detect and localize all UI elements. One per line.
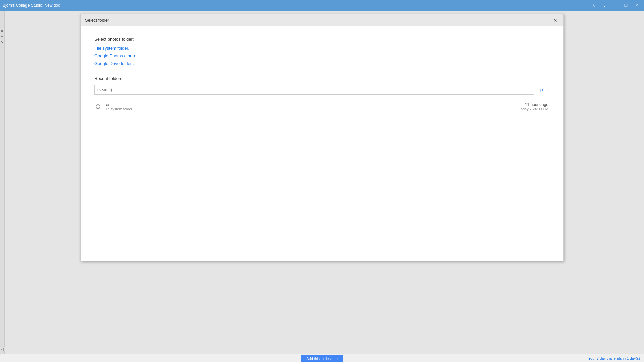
dialog-overlay: Select folder ✕ Select photos folder: Fi… — [0, 11, 644, 362]
bottom-bar: Add this to desktop Your 7 day trial end… — [0, 354, 644, 362]
folder-type-test: File system folder — [104, 107, 519, 111]
folder-time-section-test: 11 hours ago Today 7:24:09 PM — [519, 102, 548, 111]
dialog-title: Select folder — [85, 18, 109, 23]
minimize-button[interactable]: — — [610, 2, 620, 9]
dialog-content: Select photos folder: File system folder… — [81, 26, 563, 261]
title-bar-left: Bjorn's Collage Studio: New doc — [3, 3, 60, 8]
add-to-desktop-button[interactable]: Add this to desktop — [301, 355, 343, 362]
menu-icon[interactable]: ≡ — [547, 87, 550, 93]
search-input[interactable] — [94, 85, 534, 95]
scroll-left-indicator[interactable]: ◁ — [0, 347, 5, 351]
folder-time-ago-test: 11 hours ago — [519, 102, 548, 107]
maximize-button[interactable]: ❐ — [621, 2, 631, 9]
select-photos-label: Select photos folder: — [94, 37, 550, 42]
recent-folders-label: Recent folders: — [94, 76, 550, 81]
recent-folders-section: Recent folders: go ≡ Test File system fo… — [94, 76, 550, 113]
app-container: L F P C Select folder ✕ Select photos fo… — [0, 11, 644, 362]
up-button[interactable]: ∧ — [589, 2, 598, 9]
google-photos-link[interactable]: Google Photos album... — [94, 53, 550, 58]
folder-time-exact-test: Today 7:24:09 PM — [519, 107, 548, 111]
folder-name-test: Test — [104, 102, 519, 107]
google-drive-link[interactable]: Google Drive folder... — [94, 61, 550, 66]
folder-item-test[interactable]: Test File system folder 11 hours ago Tod… — [94, 100, 550, 113]
title-bar: Bjorn's Collage Studio: New doc ∧ ⋮ — ❐ … — [0, 0, 644, 11]
select-folder-dialog: Select folder ✕ Select photos folder: Fi… — [80, 14, 564, 261]
trial-text[interactable]: Your 7 day trial ends in 1 day(s) — [588, 356, 640, 360]
select-photos-section: Select photos folder: File system folder… — [94, 37, 550, 66]
title-bar-controls: ∧ ⋮ — ❐ ✕ — [589, 2, 641, 9]
dialog-titlebar: Select folder ✕ — [81, 14, 563, 26]
folder-name-section-test: Test File system folder — [104, 102, 519, 111]
dialog-close-button[interactable]: ✕ — [552, 17, 559, 24]
app-title: Bjorn's Collage Studio: New doc — [3, 3, 60, 8]
go-button[interactable]: go — [537, 87, 544, 92]
folder-radio-test[interactable] — [96, 104, 100, 109]
more-button[interactable]: ⋮ — [600, 2, 609, 9]
close-button[interactable]: ✕ — [632, 2, 641, 9]
file-system-link[interactable]: File system folder... — [94, 46, 550, 51]
search-row: go ≡ — [94, 85, 550, 95]
